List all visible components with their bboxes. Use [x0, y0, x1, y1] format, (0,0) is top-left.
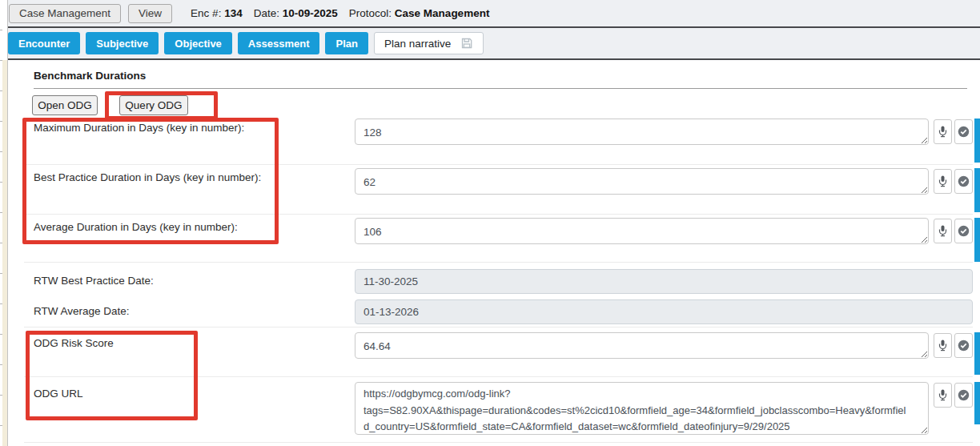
average-duration-mic-button[interactable] — [934, 219, 952, 243]
odg-risk-score-confirm-button[interactable] — [954, 333, 973, 358]
row-separator — [24, 262, 973, 263]
max-duration-input[interactable]: 128 — [355, 119, 929, 145]
tab-plan[interactable]: Plan — [325, 32, 368, 54]
field-accent-bar — [974, 332, 980, 375]
check-circle-icon — [958, 126, 970, 138]
case-management-screen: Case Management View Enc #: 134 Date: 10… — [0, 0, 980, 446]
rtw-average-date-field: 01-13-2026 — [355, 299, 973, 324]
best-practice-duration-mic-button[interactable] — [934, 169, 952, 194]
heading-divider — [34, 88, 967, 89]
microphone-icon — [938, 340, 948, 352]
row-separator — [24, 376, 973, 377]
max-duration-label: Maximum Duration in Days (key in number)… — [34, 122, 244, 134]
row-separator — [24, 327, 973, 327]
rtw-average-date-label: RTW Average Date: — [34, 305, 130, 317]
max-duration-mic-button[interactable] — [934, 119, 952, 144]
field-accent-bar — [974, 382, 980, 424]
row-separator — [24, 442, 973, 443]
microphone-icon — [938, 126, 948, 138]
best-practice-duration-input[interactable]: 62 — [355, 168, 929, 195]
odg-risk-score-mic-button[interactable] — [934, 333, 952, 358]
encounter-date: Date: 10-09-2025 — [254, 7, 338, 19]
microphone-icon — [938, 389, 948, 401]
best-practice-duration-confirm-button[interactable] — [954, 169, 973, 194]
plan-narrative-label: Plan narrative — [384, 38, 451, 50]
check-circle-icon — [958, 225, 970, 237]
tab-objective[interactable]: Objective — [164, 32, 232, 54]
field-accent-bar — [974, 218, 980, 262]
microphone-icon — [938, 175, 948, 187]
odg-risk-score-input[interactable]: 64.64 — [355, 332, 929, 359]
tab-encounter[interactable]: Encounter — [8, 32, 80, 54]
date-label: Date: — [254, 7, 279, 19]
average-duration-input[interactable]: 106 — [355, 218, 929, 244]
tab-assessment[interactable]: Assessment — [238, 32, 320, 54]
date-value: 10-09-2025 — [283, 7, 338, 19]
left-strip-border — [7, 0, 8, 446]
field-accent-bar — [974, 168, 980, 212]
odg-risk-score-label: ODG Risk Score — [34, 337, 114, 349]
tab-bar: Encounter Subjective Objective Assessmen… — [8, 28, 980, 60]
top-toolbar: Case Management View Enc #: 134 Date: 10… — [8, 0, 980, 28]
case-management-button[interactable]: Case Management — [9, 4, 121, 23]
average-duration-confirm-button[interactable] — [954, 219, 973, 243]
check-circle-icon — [958, 389, 970, 401]
open-odg-button[interactable]: Open ODG — [32, 95, 98, 115]
section-heading: Benchmark Durations — [34, 70, 146, 82]
save-icon — [460, 37, 473, 50]
protocol: Protocol: Case Management — [349, 7, 490, 19]
tab-subjective[interactable]: Subjective — [86, 32, 159, 54]
query-odg-button[interactable]: Query ODG — [119, 95, 188, 115]
odg-url-label: ODG URL — [34, 388, 83, 400]
average-duration-label: Average Duration in Days (key in number)… — [34, 221, 238, 233]
odg-url-confirm-button[interactable] — [954, 383, 973, 408]
protocol-label: Protocol: — [349, 7, 392, 19]
max-duration-confirm-button[interactable] — [954, 119, 973, 144]
best-practice-duration-label: Best Practice Duration in Days (key in n… — [34, 171, 261, 183]
odg-url-input[interactable]: https://odgbymcg.com/odg-link? tags=S82.… — [355, 382, 929, 435]
view-button[interactable]: View — [128, 4, 172, 23]
enc-label: Enc #: — [191, 7, 221, 19]
row-separator — [24, 164, 973, 165]
plan-narrative-button[interactable]: Plan narrative — [374, 32, 484, 54]
check-circle-icon — [958, 340, 970, 352]
protocol-value: Case Management — [395, 7, 490, 19]
rtw-best-practice-date-label: RTW Best Practice Date: — [34, 275, 154, 287]
row-separator — [24, 214, 973, 215]
encounter-number: Enc #: 134 — [191, 7, 243, 19]
rtw-best-practice-date-field: 11-30-2025 — [355, 269, 973, 294]
check-circle-icon — [958, 175, 970, 187]
microphone-icon — [938, 225, 948, 237]
odg-url-mic-button[interactable] — [934, 383, 952, 408]
enc-value: 134 — [224, 7, 243, 19]
field-accent-bar — [974, 119, 980, 163]
